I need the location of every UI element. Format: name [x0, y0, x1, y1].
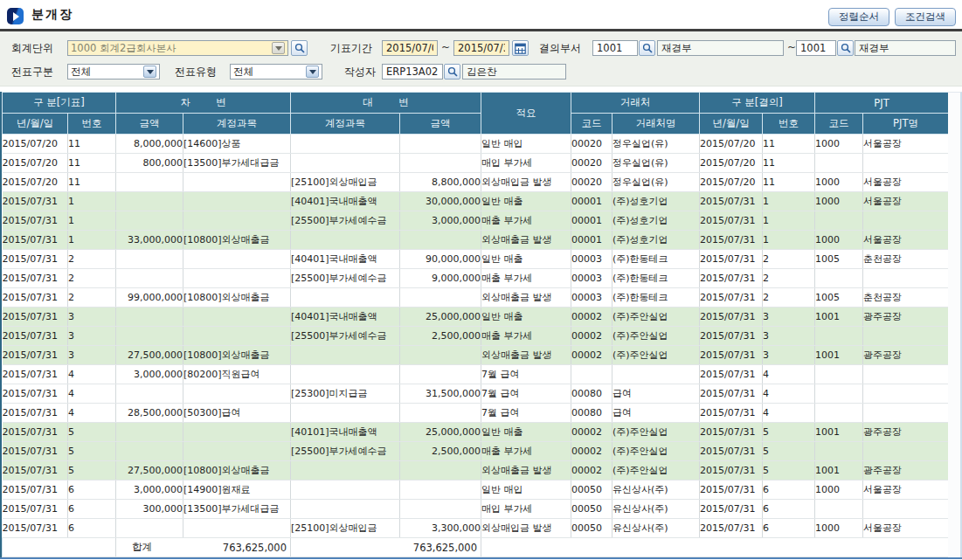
- approval-dept-to-search-button[interactable]: [837, 40, 854, 56]
- cell-slip-date[interactable]: 2015/07/31: [3, 211, 68, 231]
- cell-credit-amount[interactable]: [400, 500, 481, 519]
- cell-customer-code[interactable]: 00003: [571, 250, 612, 269]
- cell-slip-date[interactable]: 2015/07/31: [3, 404, 68, 423]
- cell-approval-date[interactable]: 2015/07/31: [700, 423, 763, 442]
- cell-approval-no[interactable]: 11: [763, 173, 815, 192]
- cell-credit-account[interactable]: [291, 346, 400, 365]
- cell-customer-code[interactable]: 00001: [571, 211, 612, 231]
- cell-slip-no[interactable]: 6: [68, 519, 116, 538]
- cell-credit-amount[interactable]: [400, 231, 481, 250]
- cell-approval-date[interactable]: 2015/07/31: [700, 211, 763, 231]
- cell-credit-account[interactable]: [25500]부가세예수금: [291, 211, 400, 231]
- account-unit-select[interactable]: 1000 회계2급회사본사: [67, 40, 288, 56]
- cell-customer-code[interactable]: 00001: [571, 192, 612, 211]
- cell-description[interactable]: 일반 매출: [481, 250, 571, 269]
- cell-description[interactable]: 매출 부가세: [481, 211, 571, 231]
- cell-debit-amount[interactable]: 3,000,000: [116, 365, 183, 384]
- cell-approval-date[interactable]: 2015/07/31: [700, 480, 763, 500]
- grid-row[interactable]: 2015/07/31299,000,000[10800]외상매출금외상매출금 발…: [3, 288, 949, 308]
- cell-slip-date[interactable]: 2015/07/31: [3, 327, 68, 346]
- grid-row[interactable]: 2015/07/31527,500,000[10800]외상매출금외상매출금 발…: [3, 461, 949, 480]
- cell-pjt-name[interactable]: [863, 269, 949, 288]
- cell-description[interactable]: 7월 급여: [481, 365, 571, 384]
- grid-row[interactable]: 2015/07/31133,000,000[10800]외상매출금외상매출금 발…: [3, 231, 949, 250]
- cell-pjt-name[interactable]: 서울공장: [863, 480, 949, 500]
- cell-debit-account[interactable]: [183, 423, 291, 442]
- cell-credit-account[interactable]: [40401]국내매출액: [291, 250, 400, 269]
- cell-pjt-name[interactable]: [863, 384, 949, 404]
- cell-approval-date[interactable]: 2015/07/31: [700, 384, 763, 404]
- cell-slip-date[interactable]: 2015/07/31: [3, 461, 68, 480]
- cell-debit-amount[interactable]: [116, 269, 183, 288]
- cell-credit-amount[interactable]: [400, 135, 481, 154]
- cell-debit-amount[interactable]: [116, 442, 183, 461]
- cell-debit-amount[interactable]: 27,500,000: [116, 461, 183, 480]
- cell-customer-name[interactable]: [612, 365, 700, 384]
- cell-credit-amount[interactable]: [400, 288, 481, 308]
- cell-pjt-code[interactable]: 1001: [815, 346, 863, 365]
- cell-approval-date[interactable]: 2015/07/20: [700, 135, 763, 154]
- cell-customer-name[interactable]: 유신상사(주): [612, 519, 700, 538]
- cell-slip-no[interactable]: 2: [68, 250, 116, 269]
- cell-description[interactable]: 외상매입금 발생: [481, 519, 571, 538]
- cell-debit-amount[interactable]: [116, 519, 183, 538]
- cell-pjt-code[interactable]: 1001: [815, 461, 863, 480]
- cell-slip-no[interactable]: 5: [68, 442, 116, 461]
- cell-credit-account[interactable]: [25300]미지급금: [291, 384, 400, 404]
- cell-pjt-name[interactable]: [863, 211, 949, 231]
- cell-approval-date[interactable]: 2015/07/31: [700, 231, 763, 250]
- cell-debit-amount[interactable]: [116, 384, 183, 404]
- cell-approval-no[interactable]: 1: [763, 231, 815, 250]
- cell-customer-name[interactable]: (주)성호기업: [612, 231, 700, 250]
- cell-credit-account[interactable]: [25100]외상매입금: [291, 173, 400, 192]
- cell-slip-no[interactable]: 1: [68, 192, 116, 211]
- cell-credit-amount[interactable]: [400, 461, 481, 480]
- grid-row[interactable]: 2015/07/31327,500,000[10800]외상매출금외상매출금 발…: [3, 346, 949, 365]
- cell-debit-account[interactable]: [183, 192, 291, 211]
- cell-approval-date[interactable]: 2015/07/31: [700, 442, 763, 461]
- grid-row[interactable]: 2015/07/313[25500]부가세예수금2,500,000매출 부가세0…: [3, 327, 949, 346]
- cell-description[interactable]: 외상매출금 발생: [481, 231, 571, 250]
- cell-approval-date[interactable]: 2015/07/31: [700, 250, 763, 269]
- cell-description[interactable]: 일반 매출: [481, 423, 571, 442]
- slip-period-to-input[interactable]: [453, 40, 509, 56]
- cell-customer-code[interactable]: 00050: [571, 519, 612, 538]
- cell-debit-amount[interactable]: [116, 308, 183, 327]
- approval-dept-to-name-input[interactable]: [855, 40, 956, 56]
- cell-credit-amount[interactable]: [400, 154, 481, 173]
- slip-type-select[interactable]: 전체: [67, 64, 160, 80]
- cell-slip-no[interactable]: 5: [68, 461, 116, 480]
- cell-description[interactable]: 일반 매입: [481, 135, 571, 154]
- cell-pjt-name[interactable]: 서울공장: [863, 173, 949, 192]
- cell-credit-account[interactable]: [291, 365, 400, 384]
- cell-debit-amount[interactable]: [116, 327, 183, 346]
- cell-customer-code[interactable]: 00020: [571, 135, 612, 154]
- cell-customer-code[interactable]: 00003: [571, 269, 612, 288]
- grid-row[interactable]: 2015/07/315[25500]부가세예수금2,500,000매출 부가세0…: [3, 442, 949, 461]
- cell-customer-name[interactable]: 급여: [612, 384, 700, 404]
- cell-credit-amount[interactable]: 30,000,000: [400, 192, 481, 211]
- cell-debit-amount[interactable]: [116, 173, 183, 192]
- cell-pjt-name[interactable]: [863, 404, 949, 423]
- cell-slip-date[interactable]: 2015/07/31: [3, 500, 68, 519]
- cell-pjt-code[interactable]: 1005: [815, 250, 863, 269]
- approval-dept-from-search-button[interactable]: [639, 40, 655, 56]
- cell-pjt-name[interactable]: [863, 154, 949, 173]
- grid-row[interactable]: 2015/07/313[40401]국내매출액25,000,000일반 매출00…: [3, 308, 949, 327]
- cell-credit-account[interactable]: [291, 404, 400, 423]
- cell-slip-date[interactable]: 2015/07/31: [3, 423, 68, 442]
- cell-customer-code[interactable]: 00050: [571, 500, 612, 519]
- cell-approval-no[interactable]: 3: [763, 327, 815, 346]
- cell-pjt-name[interactable]: [863, 327, 949, 346]
- cell-debit-account[interactable]: [183, 173, 291, 192]
- cell-credit-account[interactable]: [291, 154, 400, 173]
- cell-debit-amount[interactable]: [116, 250, 183, 269]
- cell-debit-amount[interactable]: 27,500,000: [116, 346, 183, 365]
- cell-credit-account[interactable]: [291, 500, 400, 519]
- cell-customer-code[interactable]: 00020: [571, 173, 612, 192]
- cell-slip-date[interactable]: 2015/07/31: [3, 384, 68, 404]
- cell-approval-no[interactable]: 3: [763, 308, 815, 327]
- cell-customer-name[interactable]: (주)주안실업: [612, 308, 700, 327]
- approval-dept-to-code-input[interactable]: [796, 40, 836, 56]
- cell-description[interactable]: 7월 급여: [481, 384, 571, 404]
